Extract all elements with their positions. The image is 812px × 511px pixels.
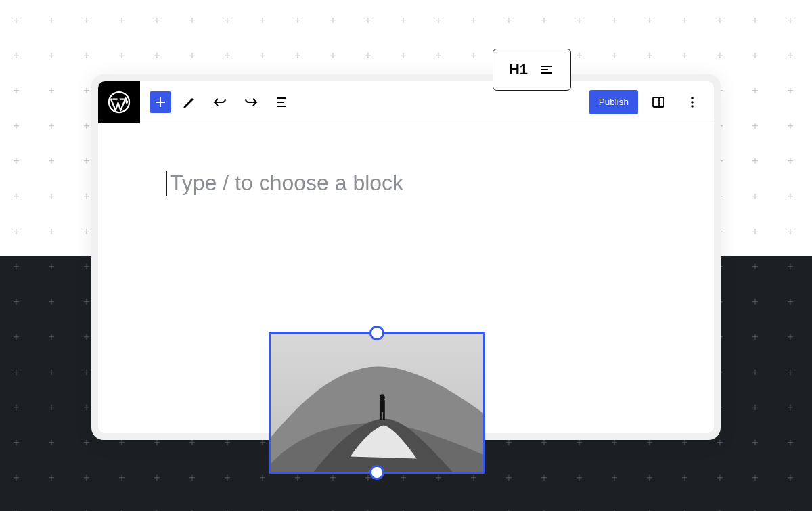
toolbar-right-group: Publish (589, 90, 706, 114)
resize-handle-bottom[interactable] (369, 465, 384, 480)
toolbar-left-group (150, 90, 296, 114)
more-options-button[interactable] (679, 90, 706, 114)
svg-rect-1 (653, 97, 664, 107)
image-placeholder-scene (271, 334, 483, 472)
resize-handle-top[interactable] (369, 326, 384, 340)
svg-rect-8 (380, 400, 385, 412)
undo-icon (212, 94, 228, 110)
align-icon[interactable] (539, 62, 555, 78)
document-overview-button[interactable] (269, 90, 296, 114)
svg-rect-9 (380, 412, 382, 420)
plus-icon (152, 94, 168, 110)
redo-button[interactable] (238, 90, 265, 114)
top-toolbar: Publish (98, 81, 714, 123)
outline-icon (274, 94, 290, 110)
kebab-icon (684, 94, 700, 110)
svg-point-3 (691, 97, 694, 99)
edit-tool-button[interactable] (175, 90, 202, 114)
undo-button[interactable] (206, 90, 233, 114)
block-toolbar-popover[interactable]: H1 (493, 49, 571, 91)
image-block-selected[interactable] (269, 332, 485, 474)
wordpress-icon (107, 90, 131, 114)
image-content[interactable] (271, 334, 483, 472)
svg-point-7 (380, 394, 385, 401)
svg-rect-10 (383, 412, 385, 420)
sidebar-icon (650, 94, 667, 110)
redo-icon (243, 94, 259, 110)
heading-level-label[interactable]: H1 (509, 61, 528, 79)
pencil-icon (181, 94, 197, 110)
wordpress-logo[interactable] (98, 81, 140, 123)
settings-sidebar-button[interactable] (645, 90, 672, 114)
title-placeholder-text: Type / to choose a block (170, 171, 403, 196)
text-caret (166, 171, 167, 196)
title-placeholder-row[interactable]: Type / to choose a block (166, 171, 646, 196)
svg-point-5 (691, 105, 694, 108)
add-block-button[interactable] (150, 91, 171, 113)
publish-button[interactable]: Publish (589, 90, 638, 114)
svg-point-4 (691, 101, 694, 104)
